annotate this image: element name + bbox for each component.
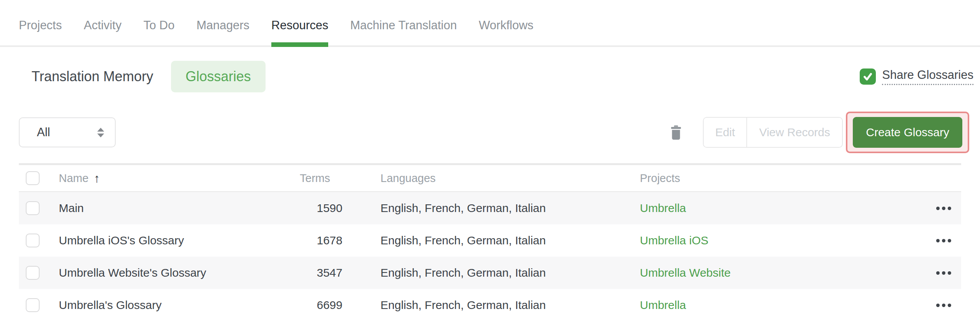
- tab-translation-memory[interactable]: Translation Memory: [32, 68, 153, 85]
- glossary-terms-count: 1590: [252, 202, 348, 215]
- row-menu-button[interactable]: [932, 267, 956, 279]
- glossary-languages: English, French, German, Italian: [348, 234, 636, 247]
- glossary-languages: English, French, German, Italian: [348, 266, 636, 279]
- table-row: Umbrella Website's Glossary 3547 English…: [19, 257, 961, 289]
- share-glossaries-label[interactable]: Share Glossaries: [882, 68, 973, 85]
- project-link[interactable]: Umbrella: [640, 299, 686, 311]
- row-checkbox-cell: [19, 234, 59, 247]
- ellipsis-icon: [936, 271, 940, 275]
- glossary-name: Umbrella iOS's Glossary: [59, 234, 252, 247]
- row-menu-button[interactable]: [932, 299, 956, 312]
- glossaries-toolbar: All Edit View Records Create Glossary: [0, 111, 980, 154]
- share-glossaries-checkbox[interactable]: [860, 68, 876, 85]
- glossary-terms-count: 6699: [252, 299, 348, 312]
- column-header-terms: Terms: [252, 172, 348, 185]
- glossary-languages: English, French, German, Italian: [348, 202, 636, 215]
- main-nav: Projects Activity To Do Managers Resourc…: [0, 0, 980, 47]
- share-glossaries-toggle[interactable]: Share Glossaries: [860, 68, 973, 85]
- table-row: Main 1590 English, French, German, Itali…: [19, 192, 961, 224]
- row-checkbox-cell: [19, 266, 59, 280]
- tab-glossaries[interactable]: Glossaries: [171, 61, 266, 92]
- table-row: Umbrella's Glossary 6699 English, French…: [19, 289, 961, 321]
- header-checkbox-cell: [19, 171, 59, 185]
- glossaries-table: Name ↑ Terms Languages Projects Main 159…: [19, 163, 961, 321]
- glossary-project-cell: Umbrella Website: [636, 266, 926, 279]
- glossary-terms-count: 3547: [252, 266, 348, 279]
- project-link[interactable]: Umbrella iOS: [640, 234, 708, 247]
- row-checkbox[interactable]: [26, 234, 40, 247]
- ellipsis-icon: [936, 207, 940, 210]
- table-header-row: Name ↑ Terms Languages Projects: [19, 165, 961, 192]
- checkmark-icon: [862, 71, 874, 82]
- column-header-languages: Languages: [348, 172, 636, 185]
- ellipsis-icon: [936, 239, 940, 242]
- delete-glossary-button[interactable]: [671, 125, 681, 140]
- glossary-project-cell: Umbrella iOS: [636, 234, 926, 247]
- glossary-name: Umbrella's Glossary: [59, 299, 252, 312]
- glossary-filter-dropdown[interactable]: All: [19, 117, 116, 147]
- glossary-project-cell: Umbrella: [636, 299, 926, 312]
- glossary-filter-value: All: [37, 125, 50, 139]
- create-glossary-highlight-annotation: Create Glossary: [846, 112, 969, 153]
- ellipsis-icon: [936, 304, 940, 307]
- row-checkbox-cell: [19, 298, 59, 312]
- glossary-project-cell: Umbrella: [636, 202, 926, 215]
- glossary-languages: English, French, German, Italian: [348, 299, 636, 312]
- row-menu-cell: [926, 299, 961, 312]
- select-all-checkbox[interactable]: [26, 171, 40, 185]
- row-checkbox-cell: [19, 201, 59, 215]
- view-records-button[interactable]: View Records: [746, 118, 842, 147]
- tab-projects[interactable]: Projects: [19, 18, 62, 45]
- column-header-name-label: Name: [59, 172, 88, 185]
- project-link[interactable]: Umbrella Website: [640, 266, 731, 279]
- column-header-name[interactable]: Name ↑: [59, 172, 252, 185]
- tab-activity[interactable]: Activity: [84, 18, 121, 45]
- row-menu-cell: [926, 202, 961, 215]
- row-menu-cell: [926, 267, 961, 279]
- trash-icon: [671, 125, 681, 140]
- edit-button[interactable]: Edit: [704, 118, 746, 147]
- tab-workflows[interactable]: Workflows: [479, 18, 533, 45]
- tab-machine-translation[interactable]: Machine Translation: [350, 18, 457, 45]
- tab-resources[interactable]: Resources: [271, 18, 328, 45]
- row-menu-cell: [926, 234, 961, 247]
- selection-actions-group: Edit View Records: [703, 117, 843, 148]
- row-checkbox[interactable]: [26, 298, 40, 312]
- tab-to-do[interactable]: To Do: [143, 18, 174, 45]
- row-checkbox[interactable]: [26, 201, 40, 215]
- tab-managers[interactable]: Managers: [196, 18, 249, 45]
- glossary-terms-count: 1678: [252, 234, 348, 247]
- resources-subtabs: Translation Memory Glossaries: [19, 61, 266, 92]
- row-menu-button[interactable]: [932, 202, 956, 215]
- table-row: Umbrella iOS's Glossary 1678 English, Fr…: [19, 224, 961, 257]
- row-checkbox[interactable]: [26, 266, 40, 280]
- toolbar-actions: Edit View Records Create Glossary: [671, 112, 969, 153]
- create-glossary-button[interactable]: Create Glossary: [853, 117, 962, 148]
- resources-subnav: Translation Memory Glossaries Share Glos…: [0, 61, 980, 92]
- sort-ascending-icon: ↑: [94, 172, 100, 184]
- row-menu-button[interactable]: [932, 234, 956, 247]
- column-header-projects: Projects: [636, 172, 926, 185]
- glossary-name: Umbrella Website's Glossary: [59, 266, 252, 279]
- dropdown-spinner-icon: [97, 128, 104, 137]
- glossary-name: Main: [59, 202, 252, 215]
- project-link[interactable]: Umbrella: [640, 202, 686, 214]
